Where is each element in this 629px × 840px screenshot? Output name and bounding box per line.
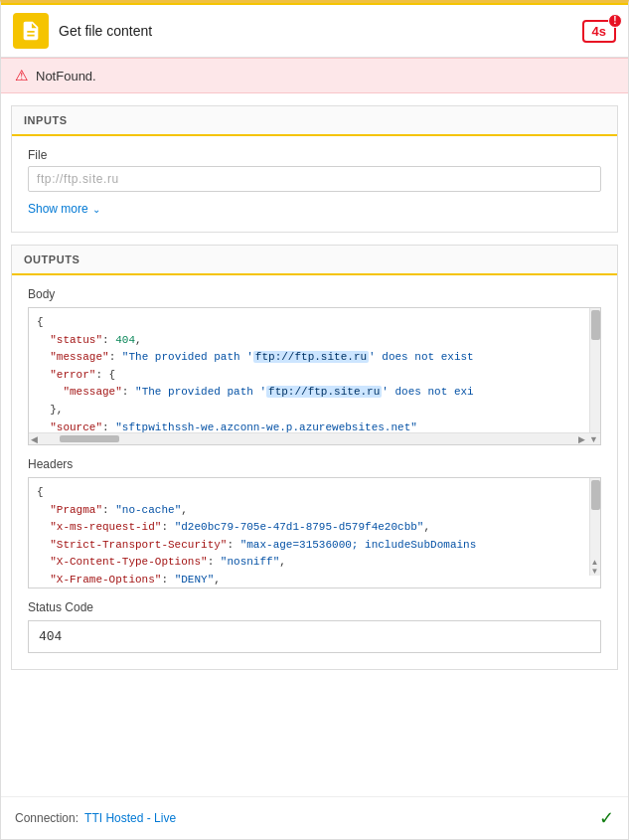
body-code-content: { "status": 404, "message": "The provide… (29, 308, 600, 432)
headers-code-box[interactable]: { "Pragma": "no-cache", "x-ms-request-id… (28, 477, 601, 588)
check-icon: ✓ (599, 807, 614, 829)
headers-label: Headers (28, 457, 601, 471)
connection-info: Connection: TTI Hosted - Live (15, 811, 176, 825)
status-code-label: Status Code (28, 600, 601, 614)
file-input[interactable]: ftp://ftp.site.ru (28, 166, 601, 192)
headers-scrollbar-v[interactable]: ▲ ▼ (589, 478, 600, 576)
body-scrollbar-h[interactable]: ◀ ▶ ▼ (29, 432, 600, 444)
inputs-section-body: File ftp://ftp.site.ru Show more ⌄ (12, 136, 617, 232)
inputs-section-header: INPUTS (12, 106, 617, 136)
body-scrollbar-v[interactable] (589, 308, 600, 432)
main-container: Get file content 4s ! ⚠ NotFound. INPUTS… (0, 0, 629, 840)
warning-icon: ⚠ (15, 67, 28, 84)
file-icon (13, 13, 49, 49)
body-section: Body { "status": 404, "message": "The pr… (28, 287, 601, 445)
connection-link[interactable]: TTI Hosted - Live (84, 811, 176, 825)
error-indicator: ! (608, 14, 622, 28)
inputs-section: INPUTS File ftp://ftp.site.ru Show more … (11, 105, 618, 233)
chevron-down-icon: ⌄ (92, 204, 100, 215)
file-input-value: ftp://ftp.site.ru (37, 172, 119, 186)
connection-label: Connection: (15, 811, 79, 825)
headers-code-content: { "Pragma": "no-cache", "x-ms-request-id… (29, 478, 600, 588)
header-left: Get file content (13, 13, 152, 49)
header-bar: Get file content 4s ! (1, 3, 628, 58)
timer-value: 4s (592, 24, 606, 39)
headers-section: Headers { "Pragma": "no-cache", "x-ms-re… (28, 457, 601, 588)
scroll-down-arrow: ▼ (587, 434, 600, 444)
error-banner: ⚠ NotFound. (1, 58, 628, 93)
scroll-left-arrow: ◀ (29, 434, 40, 444)
body-code-box[interactable]: { "status": 404, "message": "The provide… (28, 307, 601, 445)
outputs-section-header: OUTPUTS (12, 246, 617, 275)
outputs-section: OUTPUTS Body { "status": 404, "message":… (11, 245, 618, 670)
timer-badge: 4s ! (582, 20, 616, 43)
show-more-button[interactable]: Show more ⌄ (28, 202, 601, 216)
body-label: Body (28, 287, 601, 301)
file-svg (20, 20, 42, 42)
error-text: NotFound. (36, 69, 96, 84)
page-title: Get file content (59, 23, 152, 39)
file-field-label: File (28, 148, 601, 162)
outputs-section-body: Body { "status": 404, "message": "The pr… (12, 275, 617, 669)
scroll-right-arrow: ▶ (576, 434, 587, 444)
status-code-value: 404 (28, 620, 601, 653)
footer-bar: Connection: TTI Hosted - Live ✓ (1, 796, 628, 839)
status-code-section: Status Code 404 (28, 600, 601, 653)
